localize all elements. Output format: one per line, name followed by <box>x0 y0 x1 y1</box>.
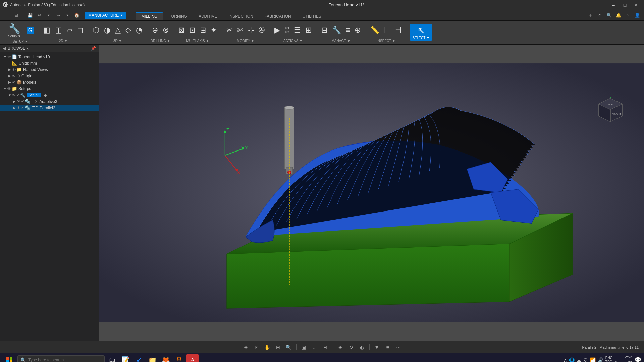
snap-button[interactable]: ⊟ <box>321 343 330 352</box>
close-button[interactable]: ✕ <box>631 2 641 8</box>
tray-network[interactable]: 🌐 <box>569 357 575 362</box>
tray-onedrive[interactable]: ☁ <box>577 357 581 362</box>
tray-security[interactable]: 🛡 <box>583 357 588 362</box>
tree-item-origin[interactable]: 👁 ⊕ Origin <box>0 73 99 79</box>
setup3-actions[interactable]: ⏺ <box>44 93 47 97</box>
gcode-icon[interactable]: G1G2 <box>283 25 291 35</box>
tree-item-parallel2[interactable]: 👁 ✔ 🔩 [T2] Parallel2 <box>0 105 99 111</box>
browser-back-icon[interactable]: ◀ <box>3 46 6 51</box>
setup-sheet-icon[interactable]: ⊞ <box>304 25 313 36</box>
help-button[interactable]: ? <box>624 11 632 19</box>
zoom-button[interactable]: 🔍 <box>284 343 293 352</box>
tray-volume[interactable]: 🔊 <box>598 357 603 362</box>
tab-fabrication[interactable]: FABRICATION <box>259 13 297 20</box>
view-cube[interactable]: FRONT TOP <box>597 97 624 123</box>
tree-arrow-models[interactable] <box>7 80 12 84</box>
manage-icon2[interactable]: 🔧 <box>330 25 343 36</box>
2d-adaptive-icon[interactable]: ◫ <box>53 25 64 36</box>
select-filter-button[interactable]: ⊕ <box>241 343 251 352</box>
g-code-icon[interactable]: G <box>25 26 35 36</box>
setup-icon[interactable]: 🔧 Setup ▼ <box>5 22 24 39</box>
undo-button[interactable]: ↩ <box>35 11 43 19</box>
save-button[interactable]: 💾 <box>26 11 34 19</box>
post-icon[interactable]: ☰ <box>292 25 303 36</box>
tab-utilities[interactable]: UTILITIES <box>297 13 327 20</box>
3d-pocket-icon[interactable]: ◑ <box>102 25 112 36</box>
tray-wifi[interactable]: 📶 <box>590 357 596 362</box>
eye-icon[interactable]: 👁 <box>7 55 11 59</box>
tab-turning[interactable]: TURNING <box>163 13 193 20</box>
eye-icon[interactable]: 👁 <box>12 74 16 78</box>
grid-button[interactable]: # <box>310 343 319 352</box>
modify-icon2[interactable]: ✄ <box>235 25 245 36</box>
notification-center[interactable]: 💬 <box>635 357 641 362</box>
modify-icon3[interactable]: ⊹ <box>246 25 256 36</box>
tree-arrow-named-views[interactable] <box>7 68 12 71</box>
taskbar-fusion360[interactable]: ⚙ <box>173 354 185 362</box>
tree-item-setup3[interactable]: 👁 ✔ 🔧 Setup3 ⏺ <box>0 92 99 98</box>
manage-icon1[interactable]: ⊟ <box>320 25 329 36</box>
maximize-button[interactable]: □ <box>620 2 630 8</box>
tree-arrow-parallel2[interactable] <box>12 106 17 110</box>
settings-button[interactable]: 🔍 <box>605 11 613 19</box>
multiaxis-icon2[interactable]: ⊡ <box>187 25 197 36</box>
taskbar-notepad[interactable]: 📝 <box>119 354 131 362</box>
drilling-icon[interactable]: ⊕ <box>150 25 160 36</box>
eye-icon[interactable]: 👁 <box>17 99 20 104</box>
3d-pencil-icon[interactable]: ◔ <box>134 25 144 36</box>
minimize-button[interactable]: – <box>608 2 619 8</box>
inspect-icon1[interactable]: 📏 <box>369 25 381 36</box>
tree-item-units[interactable]: 📐 Units: mm <box>0 60 99 66</box>
tab-additive[interactable]: ADDITIVE <box>193 13 222 20</box>
3d-contour-icon[interactable]: ◇ <box>124 25 133 36</box>
multiaxis-icon3[interactable]: ⊞ <box>198 25 208 36</box>
taskbar-app7[interactable]: A <box>186 354 199 362</box>
appearance-button[interactable]: ◈ <box>336 343 345 352</box>
2d-pocket-icon[interactable]: ▱ <box>65 25 74 36</box>
tree-item-adaptive3[interactable]: 👁 ✔ 🔩 [T2] Adaptive3 <box>0 98 99 105</box>
zoom-area-button[interactable]: ⊞ <box>273 343 283 352</box>
simulate-icon[interactable]: ▶ <box>273 25 282 36</box>
check-icon[interactable]: ✔ <box>21 99 24 104</box>
3d-adaptive-icon[interactable]: ⬡ <box>91 25 101 36</box>
check-icon[interactable]: ✔ <box>16 93 19 97</box>
user-button[interactable]: 👤 <box>633 11 641 19</box>
modify-icon1[interactable]: ✂ <box>225 25 234 36</box>
multiaxis-icon1[interactable]: ⊠ <box>177 25 186 36</box>
analysis-button[interactable]: ▼ <box>372 343 382 352</box>
search-input[interactable] <box>28 358 95 362</box>
add-button[interactable]: + <box>586 11 594 19</box>
more-button[interactable]: ⋯ <box>394 343 403 352</box>
notifications-button[interactable]: 🔔 <box>614 11 623 19</box>
taskbar-explorer[interactable]: 🗂 <box>106 354 118 362</box>
inspect-icon2[interactable]: ⊢ <box>382 25 392 36</box>
tab-milling[interactable]: MILLING <box>136 12 163 20</box>
check-icon[interactable]: ✔ <box>21 106 24 110</box>
tree-arrow-root[interactable] <box>3 55 7 59</box>
2d-face-icon[interactable]: ◻ <box>75 25 85 36</box>
grid-apps-button[interactable]: ⊞ <box>12 11 20 19</box>
eye-icon[interactable]: 👁 <box>17 106 20 110</box>
taskbar-folder[interactable]: 📁 <box>146 354 158 362</box>
eye-icon[interactable]: 👁 <box>12 68 16 72</box>
tree-item-root[interactable]: 👁 📄 Toucan Head v10 <box>0 54 99 60</box>
manufacture-button[interactable]: MANUFACTURE ▼ <box>85 12 126 19</box>
taskbar-todo[interactable]: ✔ <box>133 354 145 362</box>
refresh-button[interactable]: ↻ <box>596 11 604 19</box>
3d-parallel-icon[interactable]: △ <box>113 25 122 36</box>
redo-button[interactable]: ↪ <box>54 11 62 19</box>
select-icon[interactable]: ↖ SELECT ▼ <box>410 24 432 41</box>
tree-arrow-setup3[interactable] <box>7 93 12 97</box>
tray-lang[interactable]: ENGTRQ <box>605 356 613 362</box>
tray-chevron[interactable]: ∧ <box>564 357 567 362</box>
browser-pin-icon[interactable]: 📌 <box>91 46 96 51</box>
display-mode-button[interactable]: ▣ <box>299 343 309 352</box>
multiaxis-icon4[interactable]: ✦ <box>209 25 218 36</box>
app-menu-button[interactable]: ≡ <box>3 11 11 19</box>
tab-inspection[interactable]: INSPECTION <box>223 13 258 20</box>
modify-icon4[interactable]: ✇ <box>257 25 266 36</box>
2d-contour-icon[interactable]: ◧ <box>42 25 52 36</box>
clock[interactable]: 12:52 02-Jun-23 <box>615 355 632 362</box>
undo-dropdown[interactable]: ▼ <box>45 11 53 19</box>
tree-item-named-views[interactable]: 👁 📁 Named Views <box>0 66 99 73</box>
